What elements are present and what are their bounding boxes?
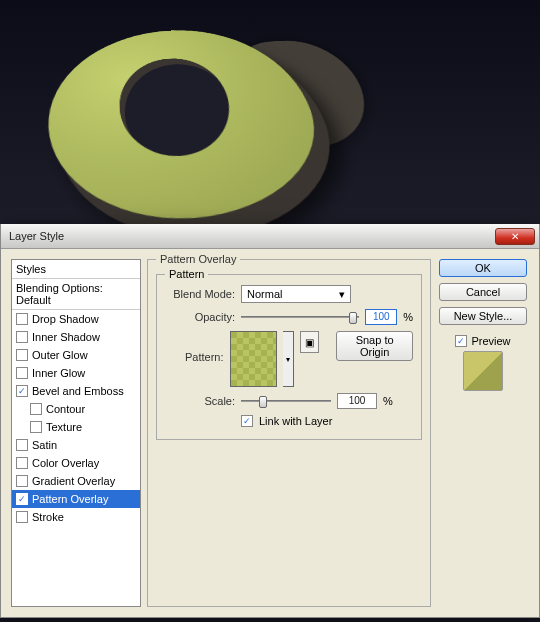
canvas-art-d xyxy=(38,25,343,224)
blend-mode-value: Normal xyxy=(247,288,282,300)
style-checkbox[interactable] xyxy=(16,313,28,325)
style-item-gradient-overlay[interactable]: Gradient Overlay xyxy=(12,472,140,490)
link-with-layer-checkbox[interactable] xyxy=(241,415,253,427)
new-pattern-button[interactable]: ▣ xyxy=(300,331,319,353)
style-checkbox[interactable] xyxy=(16,475,28,487)
group-title: Pattern Overlay xyxy=(156,253,240,265)
style-item-label: Bevel and Emboss xyxy=(32,385,124,397)
document-canvas xyxy=(0,0,540,224)
chevron-down-icon: ▾ xyxy=(339,288,345,301)
styles-list: Styles Blending Options: Default Drop Sh… xyxy=(11,259,141,607)
style-item-label: Texture xyxy=(46,421,82,433)
style-checkbox[interactable] xyxy=(30,421,42,433)
scale-label: Scale: xyxy=(165,395,235,407)
style-checkbox[interactable] xyxy=(16,349,28,361)
style-item-label: Outer Glow xyxy=(32,349,88,361)
style-checkbox[interactable] xyxy=(30,403,42,415)
style-item-color-overlay[interactable]: Color Overlay xyxy=(12,454,140,472)
link-with-layer-label: Link with Layer xyxy=(259,415,332,427)
style-item-label: Satin xyxy=(32,439,57,451)
opacity-slider[interactable] xyxy=(241,310,359,324)
style-checkbox[interactable] xyxy=(16,385,28,397)
pattern-swatch[interactable] xyxy=(230,331,277,387)
style-item-stroke[interactable]: Stroke xyxy=(12,508,140,526)
cancel-button[interactable]: Cancel xyxy=(439,283,527,301)
style-item-label: Inner Glow xyxy=(32,367,85,379)
pattern-picker-arrow[interactable]: ▾ xyxy=(283,331,295,387)
style-item-label: Pattern Overlay xyxy=(32,493,108,505)
scale-input[interactable]: 100 xyxy=(337,393,377,409)
style-checkbox[interactable] xyxy=(16,511,28,523)
style-item-texture[interactable]: Texture xyxy=(12,418,140,436)
blending-options[interactable]: Blending Options: Default xyxy=(12,279,140,310)
blend-mode-select[interactable]: Normal ▾ xyxy=(241,285,351,303)
style-item-satin[interactable]: Satin xyxy=(12,436,140,454)
preview-checkbox[interactable] xyxy=(455,335,467,347)
style-item-label: Contour xyxy=(46,403,85,415)
pattern-label: Pattern: xyxy=(165,351,224,363)
style-checkbox[interactable] xyxy=(16,457,28,469)
pattern-overlay-group: Pattern Overlay Pattern Blend Mode: Norm… xyxy=(147,259,431,607)
opacity-label: Opacity: xyxy=(165,311,235,323)
style-checkbox[interactable] xyxy=(16,439,28,451)
style-item-inner-shadow[interactable]: Inner Shadow xyxy=(12,328,140,346)
style-item-label: Color Overlay xyxy=(32,457,99,469)
scale-slider[interactable] xyxy=(241,394,331,408)
style-checkbox[interactable] xyxy=(16,367,28,379)
new-style-button[interactable]: New Style... xyxy=(439,307,527,325)
opacity-unit: % xyxy=(403,311,413,323)
style-item-label: Drop Shadow xyxy=(32,313,99,325)
titlebar[interactable]: Layer Style ✕ xyxy=(1,224,539,249)
subgroup-title: Pattern xyxy=(165,268,208,280)
style-item-label: Gradient Overlay xyxy=(32,475,115,487)
pattern-subgroup: Pattern Blend Mode: Normal ▾ Opacity: 10… xyxy=(156,274,422,440)
style-item-bevel-and-emboss[interactable]: Bevel and Emboss xyxy=(12,382,140,400)
preview-label: Preview xyxy=(471,335,510,347)
opacity-input[interactable]: 100 xyxy=(365,309,397,325)
window-title: Layer Style xyxy=(9,230,495,242)
snap-to-origin-button[interactable]: Snap to Origin xyxy=(336,331,413,361)
dialog-buttons: OK Cancel New Style... Preview xyxy=(437,259,529,607)
close-icon: ✕ xyxy=(511,231,519,242)
ok-button[interactable]: OK xyxy=(439,259,527,277)
style-item-label: Inner Shadow xyxy=(32,331,100,343)
style-item-pattern-overlay[interactable]: Pattern Overlay xyxy=(12,490,140,508)
style-item-label: Stroke xyxy=(32,511,64,523)
style-item-outer-glow[interactable]: Outer Glow xyxy=(12,346,140,364)
styles-header[interactable]: Styles xyxy=(12,260,140,279)
close-button[interactable]: ✕ xyxy=(495,228,535,245)
scale-unit: % xyxy=(383,395,393,407)
blend-mode-label: Blend Mode: xyxy=(165,288,235,300)
style-checkbox[interactable] xyxy=(16,331,28,343)
new-doc-icon: ▣ xyxy=(305,337,314,348)
preview-swatch xyxy=(463,351,503,391)
style-checkbox[interactable] xyxy=(16,493,28,505)
layer-style-dialog: Layer Style ✕ Styles Blending Options: D… xyxy=(0,224,540,618)
style-item-inner-glow[interactable]: Inner Glow xyxy=(12,364,140,382)
style-item-drop-shadow[interactable]: Drop Shadow xyxy=(12,310,140,328)
style-item-contour[interactable]: Contour xyxy=(12,400,140,418)
